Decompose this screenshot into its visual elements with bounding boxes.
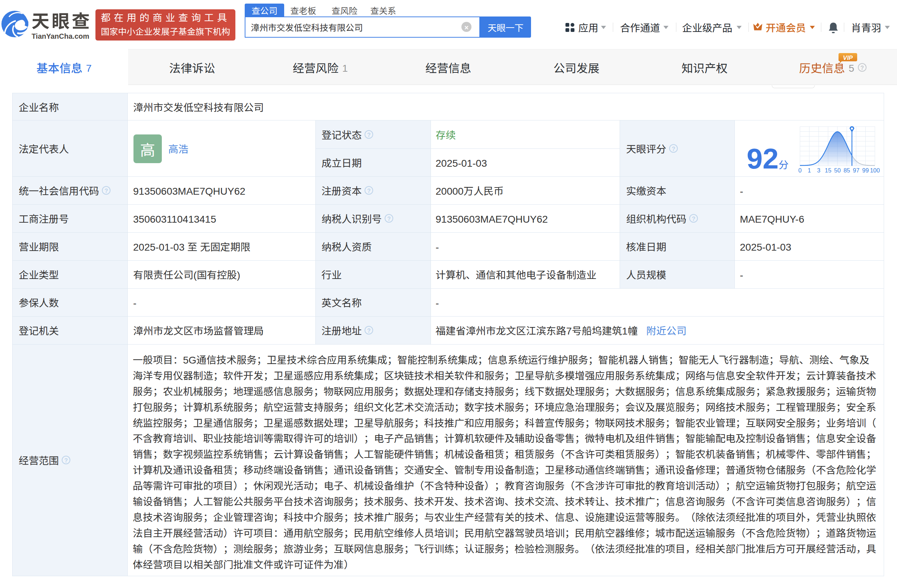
svg-text:3: 3: [817, 167, 820, 174]
svg-text:0: 0: [798, 167, 802, 174]
svg-text:50: 50: [834, 167, 841, 174]
svg-text:97: 97: [853, 167, 859, 174]
svg-text:85: 85: [843, 167, 850, 174]
svg-text:1: 1: [808, 167, 811, 174]
svg-text:100: 100: [870, 167, 880, 174]
svg-text:99: 99: [862, 167, 869, 174]
svg-text:15: 15: [825, 167, 831, 174]
